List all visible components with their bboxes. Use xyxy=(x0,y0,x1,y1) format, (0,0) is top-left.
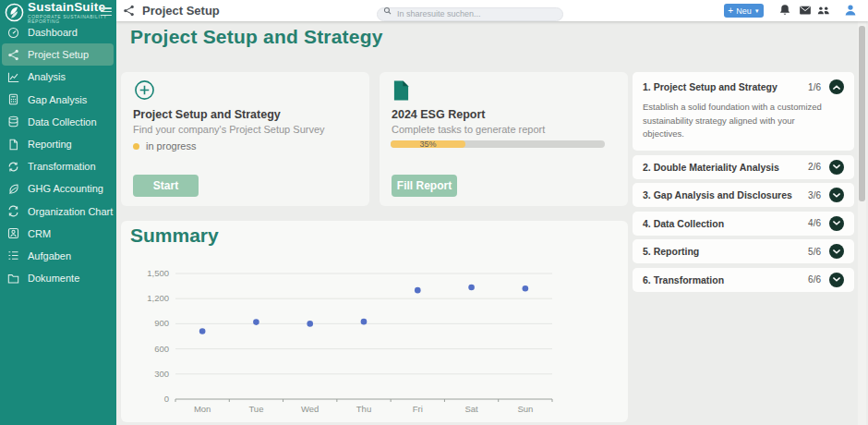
tasks-icon xyxy=(7,249,19,261)
search-input[interactable] xyxy=(377,7,563,21)
notifications-bell-icon[interactable] xyxy=(778,4,791,17)
sidebar-item-label: Transformation xyxy=(28,161,96,172)
search-box xyxy=(377,4,563,18)
scrollbar-track[interactable] xyxy=(858,21,866,425)
app-title: SustainSuite xyxy=(28,1,111,14)
ghg-accounting-icon xyxy=(7,183,19,195)
data-point-fri xyxy=(415,287,421,294)
sidebar-item-label: Data Collection xyxy=(28,116,97,128)
summary-chart: 03006009001,2001,500MonTueWedThuFriSatSu… xyxy=(121,256,628,418)
card-title: Project Setup and Strategy xyxy=(133,108,281,121)
sidebar-item-dokumente[interactable]: Dokumente xyxy=(0,267,116,289)
summary-card: Summary 03006009001,2001,500MonTueWedThu… xyxy=(121,221,628,422)
logo[interactable]: SustainSuite Corporate Sustainability Re… xyxy=(0,0,116,23)
sidebar: SustainSuite Corporate Sustainability Re… xyxy=(0,0,116,425)
sidebar-item-reporting[interactable]: Reporting xyxy=(0,133,116,155)
user-avatar-icon[interactable] xyxy=(844,4,858,18)
sidebar-item-aufgaben[interactable]: Aufgaben xyxy=(0,245,116,267)
plus-circle-icon xyxy=(134,79,155,101)
step-count: 6/6 xyxy=(808,274,821,285)
sidebar-item-label: GHG Accounting xyxy=(28,183,103,194)
accordion-header[interactable]: 2. Double Materiality Analysis2/6 xyxy=(643,160,844,175)
sidebar-nav: DashboardProject SetupAnalysisGap Analys… xyxy=(0,21,116,289)
organization-chart-icon xyxy=(7,205,19,217)
new-button[interactable]: + Neu ▼ xyxy=(724,4,764,18)
chevron-down-icon[interactable] xyxy=(829,244,844,259)
summary-title: Summary xyxy=(130,225,219,247)
accordion-header[interactable]: 3. Gap Analysis and Disclosures3/6 xyxy=(643,188,844,202)
sidebar-item-organization-chart[interactable]: Organization Chart xyxy=(0,200,116,223)
svg-text:Thu: Thu xyxy=(356,404,371,414)
card-title: 2024 ESG Report xyxy=(392,108,485,121)
sidebar-item-label: Project Setup xyxy=(28,49,89,60)
chevron-down-icon[interactable] xyxy=(829,273,844,287)
status-dot-icon xyxy=(133,143,139,150)
analysis-icon xyxy=(7,71,19,83)
accordion-title: 3. Gap Analysis and Disclosures xyxy=(643,189,808,200)
sidebar-item-transformation[interactable]: Transformation xyxy=(0,155,116,177)
user-group-icon[interactable] xyxy=(817,4,832,17)
documents-icon xyxy=(7,273,19,285)
sidebar-item-gap-analysis[interactable]: Gap Analysis xyxy=(0,89,116,111)
data-point-tue xyxy=(253,319,259,325)
svg-text:900: 900 xyxy=(154,318,169,328)
logo-text: SustainSuite Corporate Sustainability Re… xyxy=(28,1,111,24)
svg-text:Mon: Mon xyxy=(194,404,211,414)
fill-report-button[interactable]: Fill Report xyxy=(392,175,457,197)
svg-text:300: 300 xyxy=(154,369,169,379)
accordion-item-3: 3. Gap Analysis and Disclosures3/6 xyxy=(633,183,854,207)
svg-text:Sat: Sat xyxy=(464,404,478,414)
document-icon xyxy=(392,79,410,102)
progress-bar: 35% xyxy=(391,140,605,148)
progress-label: 35% xyxy=(391,140,465,148)
svg-text:Tue: Tue xyxy=(248,404,263,414)
project-setup-card: Project Setup and Strategy Find your com… xyxy=(121,72,369,206)
chevron-down-icon[interactable] xyxy=(829,160,844,175)
section-title: Project Setup and Strategy xyxy=(130,26,383,48)
page-title: Project Setup xyxy=(142,4,220,18)
sidebar-item-project-setup[interactable]: Project Setup xyxy=(2,43,114,66)
top-bar: Project Setup + Neu ▼ xyxy=(116,0,868,21)
accordion-header[interactable]: 4. Data Collection4/6 xyxy=(643,216,844,231)
sidebar-item-label: Dashboard xyxy=(28,27,78,38)
sidebar-item-label: Gap Analysis xyxy=(28,94,87,105)
sidebar-item-dashboard[interactable]: Dashboard xyxy=(0,21,116,43)
esg-report-card: 2024 ESG Report Complete tasks to genera… xyxy=(380,72,628,206)
card-description: Complete tasks to generate report xyxy=(392,124,545,135)
reporting-icon xyxy=(7,139,19,151)
status-badge: in progress xyxy=(133,140,196,152)
accordion-title: 2. Double Materiality Analysis xyxy=(643,162,808,173)
dashboard-icon xyxy=(7,27,19,39)
new-button-label: Neu xyxy=(736,6,752,16)
sidebar-item-ghg-accounting[interactable]: GHG Accounting xyxy=(0,177,116,200)
sidebar-item-data-collection[interactable]: Data Collection xyxy=(0,111,116,133)
step-count: 4/6 xyxy=(808,218,821,228)
data-point-sat xyxy=(468,285,475,291)
accordion-header[interactable]: 1. Project Setup and Strategy1/6 xyxy=(643,79,844,94)
accordion-header[interactable]: 6. Transformation6/6 xyxy=(643,273,844,287)
sidebar-item-label: Organization Chart xyxy=(28,206,113,217)
sidebar-item-crm[interactable]: CRM xyxy=(0,223,116,245)
scrollbar-thumb[interactable] xyxy=(859,26,865,201)
mail-icon[interactable] xyxy=(799,4,812,17)
data-point-sun xyxy=(523,285,529,292)
sidebar-item-label: Reporting xyxy=(28,139,72,150)
chevron-down-icon[interactable] xyxy=(829,188,844,202)
accordion-item-2: 2. Double Materiality Analysis2/6 xyxy=(633,155,854,179)
sidebar-item-label: Dokumente xyxy=(28,273,79,284)
data-point-thu xyxy=(361,319,368,325)
svg-text:0: 0 xyxy=(164,394,169,404)
accordion-header[interactable]: 5. Reporting5/6 xyxy=(643,244,844,259)
svg-text:Sun: Sun xyxy=(517,404,533,414)
sidebar-item-analysis[interactable]: Analysis xyxy=(0,66,116,88)
data-point-wed xyxy=(307,321,313,327)
chevron-up-icon[interactable] xyxy=(829,79,844,94)
hamburger-menu-icon[interactable] xyxy=(101,7,112,18)
accordion-item-5: 5. Reporting5/6 xyxy=(633,239,854,263)
caret-down-icon: ▼ xyxy=(754,8,760,14)
start-button[interactable]: Start xyxy=(133,175,199,197)
accordion-title: 4. Data Collection xyxy=(643,218,808,229)
chevron-down-icon[interactable] xyxy=(829,216,844,231)
gap-analysis-icon xyxy=(7,93,19,105)
accordion-title: 6. Transformation xyxy=(643,274,808,285)
